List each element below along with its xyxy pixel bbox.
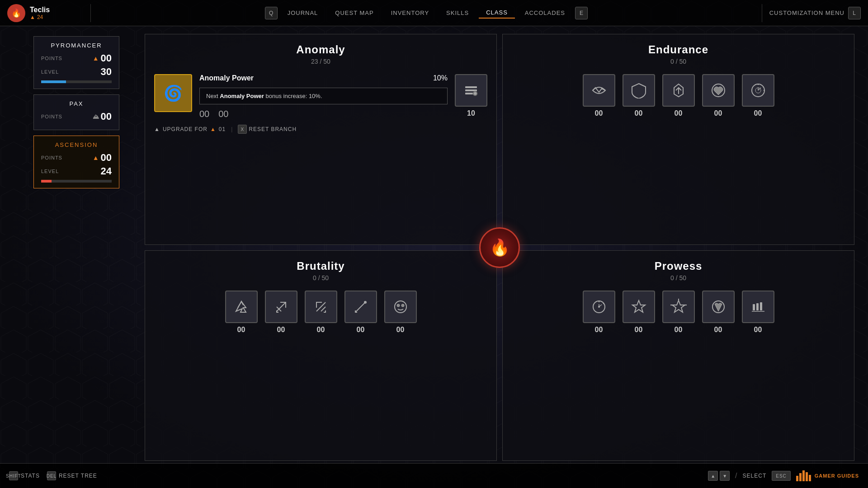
nav-key-q[interactable]: Q	[265, 7, 278, 19]
pax-points-row: POINTS ⛰ 00	[41, 111, 112, 122]
ascension-points-row: POINTS ▲ 00	[41, 152, 112, 164]
brutality-icon-4-svg	[353, 299, 369, 315]
nav-item-class[interactable]: CLASS	[479, 7, 515, 19]
brutality-val-1: 00	[237, 326, 245, 334]
gg-bar-4	[806, 472, 808, 481]
endurance-val-3: 00	[675, 109, 683, 117]
gamer-guides-logo: GAMER GUIDES	[796, 470, 859, 481]
nav-item-journal[interactable]: JOURNAL	[280, 8, 326, 18]
arrow-keys: ▲ ▼	[708, 471, 730, 481]
anomaly-actions: ▲ UPGRADE FOR ▲ 01 | X RESET BRANCH	[154, 125, 487, 134]
anomaly-skill-name: Anomaly Power	[199, 74, 254, 82]
nav-item-inventory[interactable]: INVENTORY	[384, 8, 436, 18]
anomaly-details: Anomaly Power 10% Next Anomaly Power bon…	[199, 74, 448, 119]
prowess-icon-4[interactable]	[702, 291, 735, 323]
brutality-icon-3[interactable]	[305, 291, 337, 323]
brutality-icon-3-svg	[313, 299, 329, 315]
brutality-title: Brutality	[154, 260, 487, 272]
avatar-icon: 🔥	[11, 8, 21, 18]
prowess-score: 0 / 50	[512, 274, 845, 282]
nav-item-accolades[interactable]: ACCOLADES	[518, 8, 572, 18]
gg-bar-2	[799, 473, 802, 481]
endurance-icon-2[interactable]	[623, 74, 655, 107]
pyromancer-points-value: ▲ 00	[93, 52, 112, 64]
pyromancer-level-value: 30	[101, 66, 112, 78]
ascension-arrow: ▲	[93, 154, 99, 161]
pyromancer-title: PYROMANCER	[41, 42, 112, 49]
arrow-down-key[interactable]: ▼	[720, 471, 730, 481]
upgrade-button[interactable]: ▲ UPGRADE FOR ▲ 01	[154, 126, 226, 132]
svg-line-25	[603, 303, 604, 304]
reset-tree-control[interactable]: DEL RESET TREE	[47, 471, 97, 480]
player-level: ▲ 24	[30, 14, 50, 20]
prowess-icon-2[interactable]	[623, 291, 655, 323]
endurance-skill-3: 00	[662, 74, 695, 117]
anomaly-active-icon[interactable]: 🌀	[154, 74, 192, 112]
endurance-icon-4[interactable]	[702, 74, 735, 107]
svg-point-19	[364, 301, 367, 304]
endurance-score: 0 / 50	[512, 58, 845, 65]
prowess-icon-1[interactable]	[583, 291, 615, 323]
customization-menu[interactable]: CUSTOMIZATION MENU L	[762, 7, 868, 19]
prowess-panel: Prowess 0 / 50 00	[502, 250, 854, 461]
stats-control[interactable]: SHIFT STATS	[9, 471, 40, 480]
svg-point-28	[598, 306, 600, 308]
action-divider: |	[231, 126, 232, 132]
prowess-title: Prowess	[512, 260, 845, 272]
endurance-val-2: 00	[635, 109, 643, 117]
nav-item-skills[interactable]: SKILLS	[439, 8, 476, 18]
nav-item-questmap[interactable]: QUEST MAP	[328, 8, 381, 18]
arrow-up-key[interactable]: ▲	[708, 471, 718, 481]
upgrade-arrow-icon: ▲	[210, 126, 216, 132]
endurance-icon-3[interactable]	[662, 74, 695, 107]
gg-bar-5	[809, 475, 811, 481]
nav-key-e[interactable]: E	[575, 7, 588, 19]
brutality-icon-5[interactable]	[384, 291, 417, 323]
anomaly-second-icon[interactable]	[455, 74, 487, 107]
nav-items: Q JOURNAL QUEST MAP INVENTORY SKILLS CLA…	[91, 7, 762, 19]
brutality-panel: Brutality 0 / 50 00	[145, 250, 497, 461]
anomaly-panel: Anomaly 23 / 50 🌀 Anomaly Power 10% Next…	[145, 34, 497, 245]
player-info: 🔥 Teclis ▲ 24	[0, 4, 90, 22]
anomaly-header-row: Anomaly Power 10%	[199, 74, 448, 84]
svg-point-20	[395, 301, 406, 313]
anomaly-tooltip-bold: Anomaly Power	[220, 93, 264, 99]
prowess-icon-5[interactable]	[742, 291, 774, 323]
ascension-points-value: ▲ 00	[93, 152, 112, 164]
endurance-title: Endurance	[512, 43, 845, 56]
endurance-panel: Endurance 0 / 50 00	[502, 34, 854, 245]
ascension-points-num: 00	[101, 152, 112, 164]
ascension-card: ASCENSION POINTS ▲ 00 LEVEL 24	[33, 136, 119, 188]
endurance-icon-5[interactable]	[742, 74, 774, 107]
pax-card: PAX POINTS ⛰ 00	[33, 94, 119, 130]
anomaly-tooltip: Next Anomaly Power bonus increase: 10%.	[199, 88, 448, 104]
esc-key[interactable]: ESC	[772, 471, 791, 481]
brutality-val-5: 00	[396, 326, 405, 334]
brutality-icon-1[interactable]	[225, 291, 258, 323]
endurance-icon-1[interactable]	[583, 74, 615, 107]
ascension-level-value: 24	[101, 165, 112, 177]
endurance-icon-5-svg	[750, 82, 766, 99]
anomaly-hidden-values: 00 00	[199, 109, 448, 119]
prowess-icon-4-svg	[710, 299, 726, 315]
ascension-level-row: LEVEL 24	[41, 165, 112, 177]
prowess-skill-5: 00	[742, 291, 774, 334]
brutality-icon-2-svg	[273, 299, 289, 315]
pyromancer-points-row: POINTS ▲ 00	[41, 52, 112, 64]
prowess-val-1: 00	[595, 326, 603, 334]
pax-points-value: ⛰ 00	[93, 111, 112, 122]
upgrade-key-icon: ▲	[154, 126, 160, 132]
prowess-icon-1-svg	[591, 299, 607, 315]
brutality-icon-2[interactable]	[265, 291, 297, 323]
nav-key-l[interactable]: L	[848, 7, 861, 19]
del-key: DEL	[47, 471, 56, 480]
brutality-skill-3: 00	[305, 291, 337, 334]
svg-point-21	[397, 304, 400, 307]
main-content: 🔥 Anomaly 23 / 50 🌀 Anomaly Power 10% Ne…	[145, 34, 854, 461]
reset-branch-button[interactable]: X RESET BRANCH	[238, 125, 297, 134]
skill-panels-grid: Anomaly 23 / 50 🌀 Anomaly Power 10% Next…	[145, 34, 854, 461]
endurance-icon-1-svg	[591, 82, 607, 99]
prowess-icon-3[interactable]	[662, 291, 695, 323]
gamer-guides-text: GAMER GUIDES	[815, 473, 859, 479]
brutality-icon-4[interactable]	[344, 291, 377, 323]
